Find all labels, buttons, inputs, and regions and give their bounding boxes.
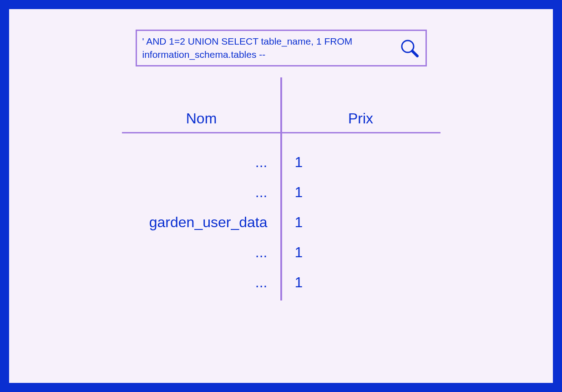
column-header-name: Nom (122, 110, 281, 127)
cell-name: ... (122, 184, 281, 201)
cell-name: ... (122, 274, 281, 291)
search-icon[interactable] (398, 37, 420, 59)
cell-price: 1 (281, 244, 440, 261)
table-row: garden_user_data 1 (122, 207, 440, 237)
search-input-value: ' AND 1=2 UNION SELECT table_name, 1 FRO… (142, 35, 398, 61)
cell-price: 1 (281, 154, 440, 171)
table-row: ... 1 (122, 177, 440, 207)
table-header-row: Nom Prix (122, 105, 440, 132)
cell-price: 1 (281, 274, 440, 291)
svg-line-1 (412, 51, 417, 56)
table-row: ... 1 (122, 267, 440, 297)
column-header-price: Prix (281, 110, 440, 127)
cell-name: ... (122, 244, 281, 261)
table-row: ... 1 (122, 147, 440, 177)
table-row: ... 1 (122, 237, 440, 267)
diagram-canvas: ' AND 1=2 UNION SELECT table_name, 1 FRO… (9, 9, 553, 383)
cell-name: garden_user_data (122, 214, 281, 231)
cell-price: 1 (281, 184, 440, 201)
results-table: Nom Prix ... 1 ... 1 garden_user_data 1 … (122, 105, 440, 297)
search-box[interactable]: ' AND 1=2 UNION SELECT table_name, 1 FRO… (136, 30, 427, 66)
table-body: ... 1 ... 1 garden_user_data 1 ... 1 ...… (122, 133, 440, 297)
cell-name: ... (122, 154, 281, 171)
cell-price: 1 (281, 214, 440, 231)
